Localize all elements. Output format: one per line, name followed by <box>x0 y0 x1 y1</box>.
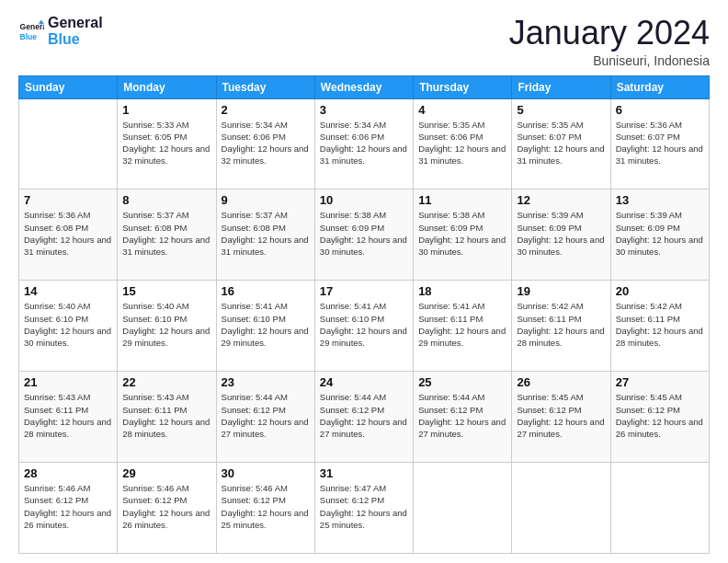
day-info: Sunrise: 5:36 AMSunset: 6:07 PMDaylight:… <box>616 119 704 167</box>
calendar-cell: 8Sunrise: 5:37 AMSunset: 6:08 PMDaylight… <box>118 190 216 281</box>
day-number: 22 <box>122 375 210 389</box>
day-number: 1 <box>122 103 210 117</box>
col-thursday: Thursday <box>414 75 512 98</box>
day-number: 9 <box>222 193 310 207</box>
day-info: Sunrise: 5:46 AMSunset: 6:12 PMDaylight:… <box>24 482 112 531</box>
calendar-cell: 6Sunrise: 5:36 AMSunset: 6:07 PMDaylight… <box>610 98 709 190</box>
day-number: 4 <box>418 103 506 117</box>
week-row-2: 7Sunrise: 5:36 AMSunset: 6:08 PMDaylight… <box>19 190 710 281</box>
calendar-cell: 7Sunrise: 5:36 AMSunset: 6:08 PMDaylight… <box>19 190 118 281</box>
day-info: Sunrise: 5:43 AMSunset: 6:11 PMDaylight:… <box>24 391 112 440</box>
calendar-cell: 3Sunrise: 5:34 AMSunset: 6:06 PMDaylight… <box>314 98 413 190</box>
logo: General Blue General Blue <box>18 15 103 47</box>
day-info: Sunrise: 5:44 AMSunset: 6:12 PMDaylight:… <box>320 391 408 440</box>
day-info: Sunrise: 5:37 AMSunset: 6:08 PMDaylight:… <box>122 209 210 258</box>
week-row-1: 1Sunrise: 5:33 AMSunset: 6:05 PMDaylight… <box>19 98 710 190</box>
calendar-cell: 24Sunrise: 5:44 AMSunset: 6:12 PMDayligh… <box>314 372 413 463</box>
day-number: 26 <box>517 375 605 389</box>
day-number: 11 <box>418 193 506 207</box>
calendar-cell: 2Sunrise: 5:34 AMSunset: 6:06 PMDaylight… <box>216 98 314 190</box>
calendar-cell: 4Sunrise: 5:35 AMSunset: 6:06 PMDaylight… <box>414 98 512 190</box>
day-number: 23 <box>222 375 310 389</box>
calendar-cell <box>414 463 512 554</box>
day-number: 19 <box>517 284 605 298</box>
calendar-cell <box>19 98 118 190</box>
logo-blue: Blue <box>48 31 103 48</box>
logo-general: General <box>48 15 103 31</box>
day-number: 17 <box>320 284 408 298</box>
col-monday: Monday <box>118 75 216 98</box>
day-number: 10 <box>320 193 408 207</box>
day-number: 3 <box>320 103 408 117</box>
day-info: Sunrise: 5:33 AMSunset: 6:05 PMDaylight:… <box>122 119 210 167</box>
day-info: Sunrise: 5:45 AMSunset: 6:12 PMDaylight:… <box>616 391 704 440</box>
day-number: 30 <box>222 466 310 480</box>
day-info: Sunrise: 5:35 AMSunset: 6:07 PMDaylight:… <box>517 119 605 167</box>
day-number: 14 <box>24 284 112 298</box>
day-number: 13 <box>616 193 704 207</box>
day-info: Sunrise: 5:35 AMSunset: 6:06 PMDaylight:… <box>418 119 506 167</box>
calendar-cell: 26Sunrise: 5:45 AMSunset: 6:12 PMDayligh… <box>512 372 610 463</box>
day-info: Sunrise: 5:44 AMSunset: 6:12 PMDaylight:… <box>222 391 310 440</box>
calendar-cell: 22Sunrise: 5:43 AMSunset: 6:11 PMDayligh… <box>118 372 216 463</box>
calendar-cell: 27Sunrise: 5:45 AMSunset: 6:12 PMDayligh… <box>610 372 709 463</box>
day-number: 5 <box>517 103 605 117</box>
month-title: January 2024 <box>509 15 710 52</box>
col-wednesday: Wednesday <box>314 75 413 98</box>
day-info: Sunrise: 5:40 AMSunset: 6:10 PMDaylight:… <box>122 300 210 349</box>
calendar-cell: 11Sunrise: 5:38 AMSunset: 6:09 PMDayligh… <box>414 190 512 281</box>
week-row-4: 21Sunrise: 5:43 AMSunset: 6:11 PMDayligh… <box>19 372 710 463</box>
calendar-cell: 21Sunrise: 5:43 AMSunset: 6:11 PMDayligh… <box>19 372 118 463</box>
day-info: Sunrise: 5:34 AMSunset: 6:06 PMDaylight:… <box>320 119 408 167</box>
day-info: Sunrise: 5:41 AMSunset: 6:11 PMDaylight:… <box>418 300 506 349</box>
col-tuesday: Tuesday <box>216 75 314 98</box>
page: General Blue General Blue January 2024 B… <box>0 0 728 563</box>
day-number: 21 <box>24 375 112 389</box>
calendar-cell: 14Sunrise: 5:40 AMSunset: 6:10 PMDayligh… <box>19 281 118 372</box>
day-info: Sunrise: 5:41 AMSunset: 6:10 PMDaylight:… <box>320 300 408 349</box>
calendar-cell: 20Sunrise: 5:42 AMSunset: 6:11 PMDayligh… <box>610 281 709 372</box>
calendar-cell: 16Sunrise: 5:41 AMSunset: 6:10 PMDayligh… <box>216 281 314 372</box>
day-number: 20 <box>616 284 704 298</box>
day-info: Sunrise: 5:39 AMSunset: 6:09 PMDaylight:… <box>616 209 704 258</box>
calendar-cell: 25Sunrise: 5:44 AMSunset: 6:12 PMDayligh… <box>414 372 512 463</box>
header-row: Sunday Monday Tuesday Wednesday Thursday… <box>19 75 710 98</box>
day-info: Sunrise: 5:43 AMSunset: 6:11 PMDaylight:… <box>122 391 210 440</box>
day-number: 28 <box>24 466 112 480</box>
calendar-cell: 18Sunrise: 5:41 AMSunset: 6:11 PMDayligh… <box>414 281 512 372</box>
day-info: Sunrise: 5:46 AMSunset: 6:12 PMDaylight:… <box>122 482 210 531</box>
calendar-cell: 12Sunrise: 5:39 AMSunset: 6:09 PMDayligh… <box>512 190 610 281</box>
week-row-3: 14Sunrise: 5:40 AMSunset: 6:10 PMDayligh… <box>19 281 710 372</box>
day-number: 2 <box>222 103 310 117</box>
day-number: 31 <box>320 466 408 480</box>
day-info: Sunrise: 5:41 AMSunset: 6:10 PMDaylight:… <box>222 300 310 349</box>
calendar-cell: 29Sunrise: 5:46 AMSunset: 6:12 PMDayligh… <box>118 463 216 554</box>
day-info: Sunrise: 5:39 AMSunset: 6:09 PMDaylight:… <box>517 209 605 258</box>
day-info: Sunrise: 5:38 AMSunset: 6:09 PMDaylight:… <box>320 209 408 258</box>
calendar-cell: 31Sunrise: 5:47 AMSunset: 6:12 PMDayligh… <box>314 463 413 554</box>
logo-icon: General Blue <box>18 18 44 44</box>
calendar-cell: 9Sunrise: 5:37 AMSunset: 6:08 PMDaylight… <box>216 190 314 281</box>
day-number: 6 <box>616 103 704 117</box>
header: General Blue General Blue January 2024 B… <box>18 15 710 68</box>
day-info: Sunrise: 5:42 AMSunset: 6:11 PMDaylight:… <box>517 300 605 349</box>
day-number: 15 <box>122 284 210 298</box>
calendar-cell: 17Sunrise: 5:41 AMSunset: 6:10 PMDayligh… <box>314 281 413 372</box>
title-block: January 2024 Buniseuri, Indonesia <box>509 15 710 68</box>
calendar-table: Sunday Monday Tuesday Wednesday Thursday… <box>18 75 710 554</box>
day-number: 7 <box>24 193 112 207</box>
day-info: Sunrise: 5:36 AMSunset: 6:08 PMDaylight:… <box>24 209 112 258</box>
calendar-cell: 15Sunrise: 5:40 AMSunset: 6:10 PMDayligh… <box>118 281 216 372</box>
day-number: 12 <box>517 193 605 207</box>
day-info: Sunrise: 5:45 AMSunset: 6:12 PMDaylight:… <box>517 391 605 440</box>
day-info: Sunrise: 5:47 AMSunset: 6:12 PMDaylight:… <box>320 482 408 531</box>
day-info: Sunrise: 5:38 AMSunset: 6:09 PMDaylight:… <box>418 209 506 258</box>
day-number: 16 <box>222 284 310 298</box>
calendar-cell: 23Sunrise: 5:44 AMSunset: 6:12 PMDayligh… <box>216 372 314 463</box>
calendar-cell: 13Sunrise: 5:39 AMSunset: 6:09 PMDayligh… <box>610 190 709 281</box>
calendar-cell: 19Sunrise: 5:42 AMSunset: 6:11 PMDayligh… <box>512 281 610 372</box>
day-number: 18 <box>418 284 506 298</box>
day-number: 25 <box>418 375 506 389</box>
day-info: Sunrise: 5:44 AMSunset: 6:12 PMDaylight:… <box>418 391 506 440</box>
day-info: Sunrise: 5:42 AMSunset: 6:11 PMDaylight:… <box>616 300 704 349</box>
